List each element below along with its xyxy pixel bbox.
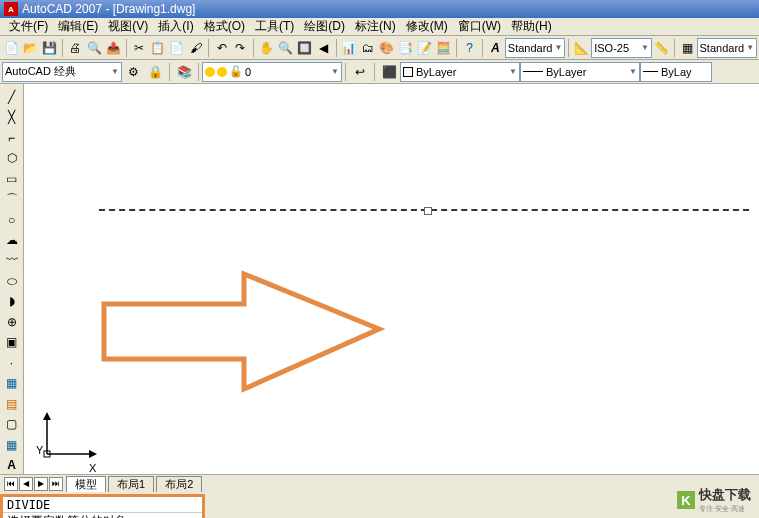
publish-icon[interactable]: 📤 xyxy=(105,38,122,58)
menu-edit[interactable]: 编辑(E) xyxy=(53,18,103,35)
dimstyle-icon[interactable]: 📐 xyxy=(573,38,590,58)
menu-tools[interactable]: 工具(T) xyxy=(250,18,299,35)
tab-model[interactable]: 模型 xyxy=(66,476,106,492)
command-prompt[interactable]: 选择要定数等分的对象： xyxy=(3,513,202,518)
zoom-icon[interactable]: 🔍 xyxy=(277,38,294,58)
dimstyle-dropdown[interactable]: ISO-25▼ xyxy=(591,38,652,58)
workspace-settings-icon[interactable]: ⚙ xyxy=(123,62,143,82)
layers-toolbar: AutoCAD 经典▼ ⚙ 🔒 📚 🔓 0 ▼ ↩ ⬛ ByLayer▼ ByL… xyxy=(0,60,759,84)
ellipse-arc-tool[interactable]: ◗ xyxy=(3,293,21,310)
region-tool[interactable]: ▢ xyxy=(3,416,21,433)
layer-manager-icon[interactable]: 📚 xyxy=(174,62,194,82)
insert-tool[interactable]: ⊕ xyxy=(3,313,21,330)
tool-palette-icon[interactable]: 🎨 xyxy=(378,38,395,58)
rectangle-tool[interactable]: ▭ xyxy=(3,170,21,187)
tab-prev-icon[interactable]: ◀ xyxy=(19,477,33,491)
app-icon: A xyxy=(4,2,18,16)
dashed-line-object[interactable] xyxy=(99,209,749,211)
command-history: DIVIDE xyxy=(3,497,202,513)
layer-on-icon xyxy=(205,67,215,77)
ellipse-tool[interactable]: ⬭ xyxy=(3,272,21,289)
layer-freeze-icon xyxy=(217,67,227,77)
tab-layout2[interactable]: 布局2 xyxy=(156,476,202,492)
linetype-dropdown[interactable]: ByLayer▼ xyxy=(520,62,640,82)
properties-icon[interactable]: 📊 xyxy=(340,38,357,58)
menu-insert[interactable]: 插入(I) xyxy=(153,18,198,35)
ucs-icon xyxy=(39,412,99,464)
ucs-y-label: Y xyxy=(36,444,43,456)
color-icon[interactable]: ⬛ xyxy=(379,62,399,82)
zoom-prev-icon[interactable]: ◀ xyxy=(315,38,332,58)
tablestyle-dropdown[interactable]: Standard▼ xyxy=(697,38,758,58)
dimstyle-btn[interactable]: 📏 xyxy=(653,38,670,58)
new-icon[interactable]: 📄 xyxy=(3,38,20,58)
layer-prev-icon[interactable]: ↩ xyxy=(350,62,370,82)
hatch-tool[interactable]: ▦ xyxy=(3,375,21,392)
spline-tool[interactable]: 〰 xyxy=(3,252,21,269)
gradient-tool[interactable]: ▤ xyxy=(3,395,21,412)
workspace-dropdown[interactable]: AutoCAD 经典▼ xyxy=(2,62,122,82)
design-center-icon[interactable]: 🗂 xyxy=(359,38,376,58)
table-tool[interactable]: ▦ xyxy=(3,436,21,453)
line-tool[interactable]: ╱ xyxy=(3,88,21,105)
title-text: AutoCAD 2007 - [Drawing1.dwg] xyxy=(22,2,195,16)
lineweight-dropdown[interactable]: ByLay xyxy=(640,62,712,82)
point-tool[interactable]: · xyxy=(3,354,21,371)
workspace-lock-icon[interactable]: 🔒 xyxy=(145,62,165,82)
cut-icon[interactable]: ✂ xyxy=(131,38,148,58)
help-icon[interactable]: ? xyxy=(461,38,478,58)
menu-view[interactable]: 视图(V) xyxy=(103,18,153,35)
copy-icon[interactable]: 📋 xyxy=(149,38,166,58)
color-dropdown[interactable]: ByLayer▼ xyxy=(400,62,520,82)
revcloud-tool[interactable]: ☁ xyxy=(3,231,21,248)
sheet-set-icon[interactable]: 📑 xyxy=(397,38,414,58)
open-icon[interactable]: 📂 xyxy=(22,38,39,58)
svg-marker-1 xyxy=(43,412,51,420)
calc-icon[interactable]: 🧮 xyxy=(435,38,452,58)
menu-file[interactable]: 文件(F) xyxy=(4,18,53,35)
pan-icon[interactable]: ✋ xyxy=(258,38,275,58)
watermark-sub: 专注·安全·高速 xyxy=(699,504,751,514)
polyline-tool[interactable]: ⌐ xyxy=(3,129,21,146)
annotation-arrow xyxy=(99,269,399,401)
redo-icon[interactable]: ↷ xyxy=(232,38,249,58)
tablestyle-icon[interactable]: ▦ xyxy=(679,38,696,58)
menu-format[interactable]: 格式(O) xyxy=(199,18,250,35)
layer-dropdown[interactable]: 🔓 0 ▼ xyxy=(202,62,342,82)
xline-tool[interactable]: ╳ xyxy=(3,108,21,125)
menu-help[interactable]: 帮助(H) xyxy=(506,18,557,35)
svg-marker-3 xyxy=(89,450,97,458)
menu-window[interactable]: 窗口(W) xyxy=(453,18,506,35)
markup-icon[interactable]: 📝 xyxy=(416,38,433,58)
match-icon[interactable]: 🖌 xyxy=(187,38,204,58)
menubar: 文件(F) 编辑(E) 视图(V) 插入(I) 格式(O) 工具(T) 绘图(D… xyxy=(0,18,759,36)
drawing-canvas[interactable]: Y X xyxy=(24,84,759,474)
undo-icon[interactable]: ↶ xyxy=(213,38,230,58)
tab-layout1[interactable]: 布局1 xyxy=(108,476,154,492)
arc-tool[interactable]: ⌒ xyxy=(3,190,21,207)
textstyle-dropdown[interactable]: Standard▼ xyxy=(505,38,566,58)
tab-first-icon[interactable]: ⏮ xyxy=(4,477,18,491)
menu-dimension[interactable]: 标注(N) xyxy=(350,18,401,35)
polygon-tool[interactable]: ⬡ xyxy=(3,149,21,166)
draw-toolbar: ╱ ╳ ⌐ ⬡ ▭ ⌒ ○ ☁ 〰 ⬭ ◗ ⊕ ▣ · ▦ ▤ ▢ ▦ A xyxy=(0,84,24,474)
block-tool[interactable]: ▣ xyxy=(3,334,21,351)
layer-name: 0 xyxy=(245,66,251,78)
preview-icon[interactable]: 🔍 xyxy=(86,38,103,58)
text-tool[interactable]: A xyxy=(3,456,21,473)
menu-draw[interactable]: 绘图(D) xyxy=(299,18,350,35)
paste-icon[interactable]: 📄 xyxy=(168,38,185,58)
tab-next-icon[interactable]: ▶ xyxy=(34,477,48,491)
circle-tool[interactable]: ○ xyxy=(3,211,21,228)
textstyle-icon[interactable]: A xyxy=(487,38,504,58)
watermark-logo-icon: K xyxy=(677,491,695,509)
zoom-window-icon[interactable]: 🔲 xyxy=(296,38,313,58)
tab-last-icon[interactable]: ⏭ xyxy=(49,477,63,491)
layout-tabs: ⏮ ◀ ▶ ⏭ 模型 布局1 布局2 xyxy=(0,474,759,492)
ucs-x-label: X xyxy=(89,462,96,474)
save-icon[interactable]: 💾 xyxy=(41,38,58,58)
layer-lock-icon: 🔓 xyxy=(229,65,243,78)
command-line-highlight: DIVIDE 选择要定数等分的对象： xyxy=(0,494,205,518)
print-icon[interactable]: 🖨 xyxy=(67,38,84,58)
menu-modify[interactable]: 修改(M) xyxy=(401,18,453,35)
